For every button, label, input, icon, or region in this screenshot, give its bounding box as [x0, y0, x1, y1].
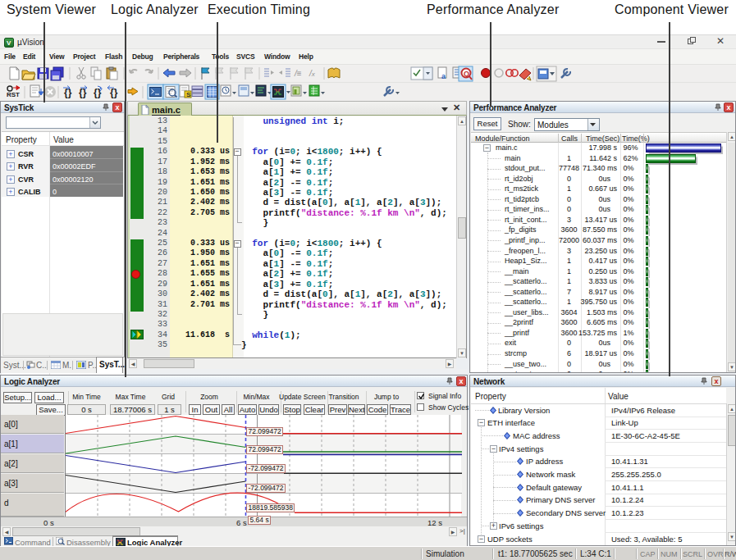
svg-text:S: S [186, 91, 191, 98]
svg-text:/x: /x [309, 69, 316, 78]
svg-text:RST: RST [7, 91, 20, 98]
svg-text:/≡: /≡ [294, 69, 302, 78]
svg-text:Q: Q [464, 70, 469, 78]
svg-text:{}: {} [64, 87, 72, 98]
svg-text:{}: {} [110, 87, 118, 98]
